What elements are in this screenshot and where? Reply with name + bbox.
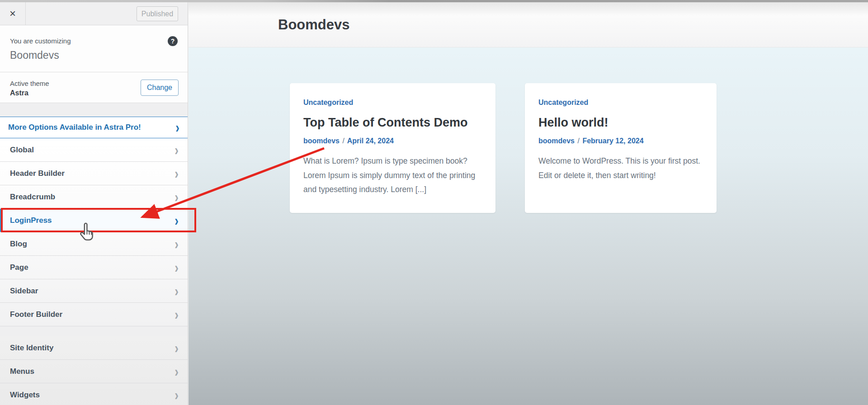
sidebar-item-label: Breadcrumb bbox=[10, 193, 55, 202]
sidebar-item-label: LoginPress bbox=[10, 216, 52, 225]
post-category-link[interactable]: Uncategorized bbox=[538, 99, 588, 107]
sidebar-item-menus[interactable]: Menus › bbox=[0, 360, 188, 383]
chevron-right-icon: › bbox=[175, 307, 179, 322]
sidebar-item-sidebar[interactable]: Sidebar › bbox=[0, 279, 188, 303]
sidebar-item-label: Footer Builder bbox=[10, 310, 62, 319]
site-preview-body: Uncategorized Top Table of Contents Demo… bbox=[189, 47, 868, 405]
sidebar-item-widgets[interactable]: Widgets › bbox=[0, 383, 188, 405]
chevron-right-icon: › bbox=[175, 120, 179, 135]
chevron-right-icon: › bbox=[175, 142, 179, 157]
chevron-right-icon: › bbox=[175, 260, 179, 275]
close-icon: × bbox=[9, 7, 16, 20]
chevron-right-icon: › bbox=[175, 236, 179, 251]
sidebar-item-label: Menus bbox=[10, 367, 34, 376]
post-card-hello-world: Uncategorized Hello world! boomdevs / Fe… bbox=[525, 83, 717, 213]
customizer-sidebar: × Published You are customizing Boomdevs… bbox=[0, 0, 188, 405]
site-title-link[interactable]: Boomdevs bbox=[278, 17, 349, 33]
post-meta: boomdevs / February 12, 2024 bbox=[538, 137, 703, 145]
post-title-link[interactable]: Hello world! bbox=[538, 116, 703, 130]
astra-pro-promo-label: More Options Available in Astra Pro! bbox=[8, 123, 141, 132]
chevron-right-icon: › bbox=[175, 387, 179, 402]
post-meta-separator: / bbox=[341, 137, 345, 145]
post-category-link[interactable]: Uncategorized bbox=[303, 99, 353, 107]
chevron-right-icon: › bbox=[175, 166, 179, 181]
chevron-right-icon: › bbox=[175, 364, 179, 379]
sidebar-item-astra-pro-promo[interactable]: More Options Available in Astra Pro! › bbox=[0, 117, 188, 138]
site-preview-header: Boomdevs bbox=[189, 2, 868, 47]
sidebar-item-breadcrumb[interactable]: Breadcrumb › bbox=[0, 185, 188, 209]
sidebar-item-label: Blog bbox=[10, 240, 27, 249]
sidebar-item-footer-builder[interactable]: Footer Builder › bbox=[0, 303, 188, 326]
chevron-right-icon: › bbox=[175, 340, 179, 355]
post-meta: boomdevs / April 24, 2024 bbox=[303, 137, 482, 145]
sidebar-item-loginpress[interactable]: LoginPress › bbox=[0, 209, 188, 232]
customizing-label: You are customizing bbox=[10, 37, 178, 45]
sidebar-item-global[interactable]: Global › bbox=[0, 138, 188, 162]
sidebar-item-page[interactable]: Page › bbox=[0, 256, 188, 279]
change-theme-button[interactable]: Change bbox=[141, 80, 179, 96]
help-icon[interactable]: ? bbox=[168, 36, 178, 46]
sidebar-item-site-identity[interactable]: Site Identity › bbox=[0, 336, 188, 360]
chevron-right-icon: › bbox=[175, 189, 179, 204]
change-theme-button-label: Change bbox=[147, 84, 172, 92]
chevron-right-icon: › bbox=[175, 283, 179, 298]
post-author-link[interactable]: boomdevs bbox=[303, 137, 340, 145]
customizer-topbar: × Published bbox=[0, 2, 188, 25]
post-date-link[interactable]: February 12, 2024 bbox=[582, 137, 643, 145]
active-theme-panel: Active theme Astra Change bbox=[0, 72, 188, 103]
close-customizer-button[interactable]: × bbox=[0, 2, 26, 25]
post-author-link[interactable]: boomdevs bbox=[538, 137, 575, 145]
post-meta-separator: / bbox=[576, 137, 580, 145]
sidebar-item-label: Page bbox=[10, 263, 28, 272]
post-title-link[interactable]: Top Table of Contents Demo bbox=[303, 116, 482, 130]
sidebar-item-label: Sidebar bbox=[10, 287, 38, 296]
customizer-menu-primary: Global › Header Builder › Breadcrumb › L… bbox=[0, 138, 188, 326]
sidebar-item-label: Global bbox=[10, 146, 34, 155]
site-preview: Boomdevs Uncategorized Top Table of Cont… bbox=[189, 0, 868, 405]
customizer-menu-secondary: Site Identity › Menus › Widgets › bbox=[0, 336, 188, 405]
sidebar-item-blog[interactable]: Blog › bbox=[0, 232, 188, 256]
active-item-accent-bar bbox=[0, 209, 2, 232]
published-button-label: Published bbox=[142, 10, 173, 18]
sidebar-item-label: Widgets bbox=[10, 391, 40, 400]
screen-top-strip bbox=[0, 0, 868, 2]
post-date-link[interactable]: April 24, 2024 bbox=[347, 137, 394, 145]
published-button[interactable]: Published bbox=[137, 6, 178, 21]
post-excerpt: What is Lorem? Ipsum is type specimen bo… bbox=[303, 154, 482, 197]
post-excerpt: Welcome to WordPress. This is your first… bbox=[538, 154, 703, 183]
customizing-info-panel: You are customizing Boomdevs ? bbox=[0, 25, 188, 72]
customizer-screen: × Published You are customizing Boomdevs… bbox=[0, 0, 868, 405]
sidebar-item-label: Site Identity bbox=[10, 344, 53, 353]
customizing-site-name: Boomdevs bbox=[10, 49, 178, 61]
sidebar-item-label: Header Builder bbox=[10, 169, 65, 178]
help-icon-glyph: ? bbox=[171, 38, 175, 45]
sidebar-item-header-builder[interactable]: Header Builder › bbox=[0, 162, 188, 185]
chevron-right-icon: › bbox=[175, 213, 179, 228]
post-card-top-table-of-contents: Uncategorized Top Table of Contents Demo… bbox=[290, 83, 495, 213]
